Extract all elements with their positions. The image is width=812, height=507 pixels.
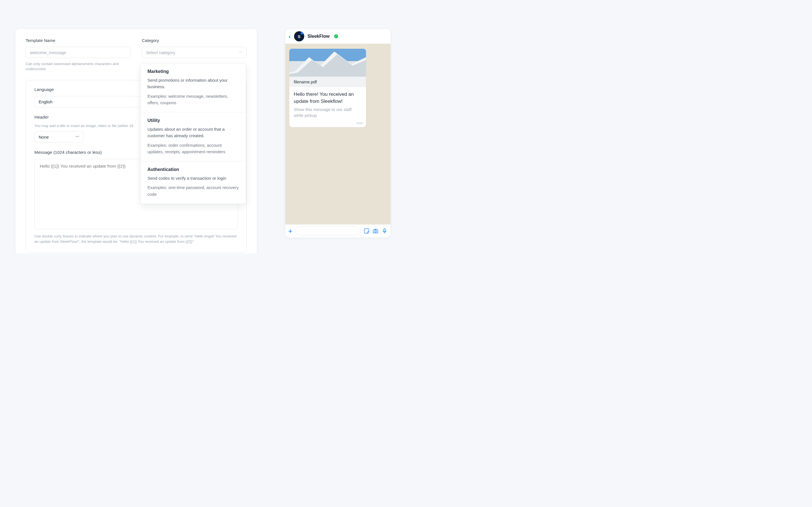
chat-area: filename.pdf Hello there! You received a… — [285, 44, 391, 224]
bubble-message-text: Hello there! You received an update from… — [289, 87, 366, 107]
category-dropdown: Marketing Send promotions or information… — [140, 63, 246, 204]
back-icon[interactable]: ‹ — [289, 33, 291, 40]
header-select[interactable]: None ﹀ — [35, 131, 84, 143]
svg-rect-7 — [384, 229, 386, 231]
template-name-label: Template Name — [26, 38, 131, 43]
category-select[interactable]: Select category ﹀ — [142, 47, 247, 58]
phone-preview: ‹ S SleekFlow ✓ filename.pdf Hello there — [285, 29, 391, 237]
category-option-utility[interactable]: Utility Updates about an order or accoun… — [141, 112, 246, 161]
plus-icon[interactable]: + — [288, 227, 292, 235]
header-value: None — [39, 135, 49, 139]
category-placeholder: Select category — [146, 50, 175, 55]
svg-rect-4 — [364, 229, 369, 233]
category-option-examples: Examples: order confirmations, account u… — [147, 142, 239, 155]
category-label: Category — [142, 38, 247, 43]
category-option-title: Authentication — [147, 167, 239, 172]
category-option-desc: Send promotions or information about you… — [147, 77, 239, 90]
compose-input[interactable] — [295, 226, 361, 235]
phone-header: ‹ S SleekFlow ✓ — [285, 29, 391, 44]
sticker-icon[interactable] — [363, 228, 370, 234]
avatar: S — [294, 31, 304, 41]
message-bubble: filename.pdf Hello there! You received a… — [289, 49, 366, 127]
category-option-marketing[interactable]: Marketing Send promotions or information… — [141, 63, 246, 112]
chevron-down-icon: ﹀ — [75, 134, 80, 140]
camera-icon[interactable] — [372, 228, 378, 234]
language-value: English — [39, 100, 52, 104]
category-option-desc: Updates about an order or account that a… — [147, 126, 239, 139]
category-option-authentication[interactable]: Authentication Send codes to verify a tr… — [141, 161, 246, 204]
svg-rect-5 — [373, 230, 378, 233]
category-option-desc: Send codes to verify a transaction or lo… — [147, 175, 239, 181]
chevron-down-icon: ﹀ — [239, 50, 243, 55]
message-hint: Use double curly braces to indicate wher… — [35, 234, 238, 244]
microphone-icon[interactable] — [382, 228, 388, 234]
bubble-footer-text: Show this message to our staff while pic… — [289, 107, 366, 121]
attachment-filename: filename.pdf — [289, 76, 366, 87]
phone-compose-bar: + — [285, 224, 391, 237]
avatar-letter: S — [298, 34, 301, 39]
category-option-examples: Examples: welcome message, newsletters, … — [147, 93, 239, 106]
category-option-examples: Examples: one-time password, account rec… — [147, 184, 239, 198]
template-name-helper: Can only contain lowercase alphanumeric … — [26, 61, 131, 71]
brand-name: SleekFlow — [308, 34, 329, 39]
category-option-title: Marketing — [147, 69, 239, 74]
bubble-timestamp: now — [289, 121, 366, 127]
svg-point-6 — [375, 230, 376, 232]
template-name-input[interactable] — [26, 47, 131, 58]
verified-badge-icon: ✓ — [334, 34, 338, 38]
category-option-title: Utility — [147, 118, 239, 123]
attachment-image — [289, 49, 366, 76]
